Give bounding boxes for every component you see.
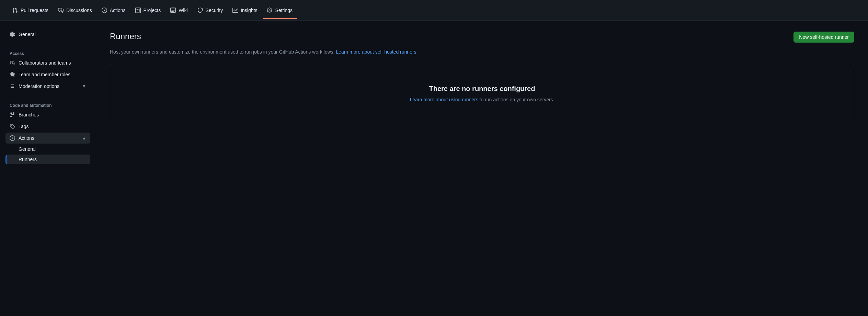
chevron-down-icon: ▼	[82, 84, 86, 89]
sidebar-item-collaborators[interactable]: Collaborators and teams	[5, 57, 90, 68]
nav-wiki-label: Wiki	[179, 8, 187, 13]
sidebar-item-tags[interactable]: Tags	[5, 121, 90, 132]
nav-projects-label: Projects	[144, 8, 161, 13]
nav-settings-label: Settings	[275, 8, 293, 13]
content-description: Host your own runners and customize the …	[110, 48, 854, 56]
sidebar-item-moderation[interactable]: Moderation options ▼	[5, 81, 90, 92]
sidebar-sub-actions-general[interactable]: General	[5, 144, 90, 154]
nav-actions-label: Actions	[110, 8, 126, 13]
nav-discussions[interactable]: Discussions	[54, 5, 96, 16]
new-runner-button[interactable]: New self-hosted runner	[793, 32, 854, 43]
chevron-up-icon: ▲	[82, 136, 86, 140]
sidebar-sub-actions-runners-label: Runners	[19, 157, 37, 162]
content-description-text: Host your own runners and customize the …	[110, 49, 334, 55]
sidebar-section-code: Code and automation	[5, 100, 90, 109]
nav-actions[interactable]: Actions	[98, 5, 130, 16]
sidebar-item-general[interactable]: General	[5, 29, 90, 40]
sidebar-item-team-roles[interactable]: Team and member roles	[5, 69, 90, 80]
main-content: Runners New self-hosted runner Host your…	[96, 21, 868, 316]
sidebar-tags-label: Tags	[19, 124, 29, 129]
sidebar-divider-access	[5, 44, 90, 44]
nav-projects[interactable]: Projects	[131, 5, 165, 16]
sidebar-general-label: General	[19, 32, 36, 37]
sidebar-moderation-label: Moderation options	[19, 83, 59, 89]
sidebar-divider-code	[5, 96, 90, 96]
content-header: Runners New self-hosted runner	[110, 32, 854, 43]
sidebar-collaborators-label: Collaborators and teams	[19, 60, 71, 66]
runners-empty-state: There are no runners configured Learn mo…	[110, 64, 854, 123]
sidebar-sub-actions-general-label: General	[19, 146, 36, 152]
nav-wiki[interactable]: Wiki	[166, 5, 192, 16]
sidebar-item-actions[interactable]: Actions ▲	[5, 133, 90, 144]
sidebar: General Access Collaborators and teams T…	[0, 21, 96, 316]
empty-state-title: There are no runners configured	[118, 85, 846, 93]
sidebar-item-branches[interactable]: Branches	[5, 109, 90, 120]
sidebar-actions-label: Actions	[19, 135, 34, 141]
nav-insights-label: Insights	[241, 8, 257, 13]
top-nav: Pull requests Discussions Actions Projec…	[0, 0, 868, 21]
page-title: Runners	[110, 32, 141, 41]
sidebar-branches-label: Branches	[19, 112, 39, 117]
nav-security[interactable]: Security	[193, 5, 227, 16]
sidebar-team-roles-label: Team and member roles	[19, 72, 70, 77]
nav-insights[interactable]: Insights	[228, 5, 261, 16]
nav-discussions-label: Discussions	[66, 8, 92, 13]
learn-runners-link-text: Learn more about using runners	[410, 97, 478, 102]
empty-state-desc-suffix: to run actions on your own servers.	[480, 97, 555, 102]
learn-more-link[interactable]: Learn more about self-hosted runners.	[336, 49, 418, 55]
nav-pull-requests-label: Pull requests	[21, 8, 48, 13]
main-container: General Access Collaborators and teams T…	[0, 21, 868, 316]
sidebar-sub-actions-runners[interactable]: Runners	[5, 155, 90, 164]
nav-settings[interactable]: Settings	[263, 5, 297, 16]
sidebar-section-access: Access	[5, 48, 90, 57]
empty-state-description: Learn more about using runners to run ac…	[118, 97, 846, 102]
nav-pull-requests[interactable]: Pull requests	[8, 5, 53, 16]
nav-security-label: Security	[206, 8, 223, 13]
learn-more-link-text: Learn more about self-hosted runners.	[336, 49, 418, 55]
learn-runners-link[interactable]: Learn more about using runners	[410, 97, 479, 102]
